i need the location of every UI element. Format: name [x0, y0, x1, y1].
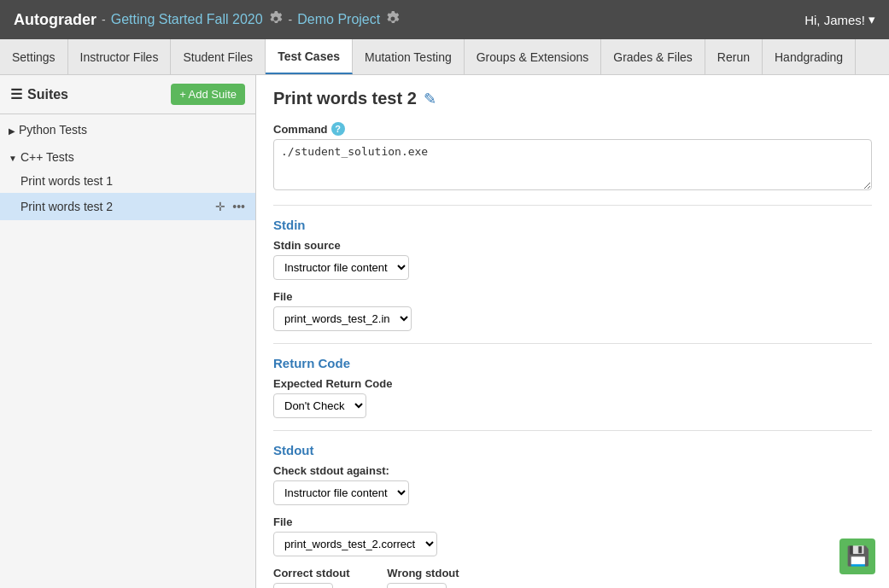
- nav-grades-files[interactable]: Grades & Files: [601, 39, 705, 74]
- nav-groups-extensions[interactable]: Groups & Extensions: [465, 39, 602, 74]
- gear-icon-course[interactable]: [268, 11, 284, 29]
- dropdown-arrow-icon: ▾: [869, 12, 875, 27]
- divider-stdin: [273, 205, 872, 206]
- top-header: Autograder - Getting Started Fall 2020 -…: [0, 0, 889, 39]
- save-button[interactable]: 💾: [839, 539, 875, 574]
- expected-return-code-group: Expected Return Code Don't Check 0 1 2: [273, 377, 872, 418]
- nav-test-cases[interactable]: Test Cases: [266, 39, 353, 74]
- correct-stdout-input[interactable]: [273, 583, 333, 588]
- suite-item-0[interactable]: Print words test 1: [0, 169, 255, 193]
- wrong-stdout-points-row: points: [387, 583, 483, 588]
- stdin-section: Stdin Stdin source Instructor file conte…: [273, 218, 872, 331]
- stdin-source-select[interactable]: Instructor file content Student file con…: [273, 255, 409, 280]
- stdin-section-label: Stdin: [273, 218, 872, 232]
- stdout-section-label: Stdout: [273, 443, 872, 457]
- suite-group-python: Python Tests: [0, 118, 255, 142]
- nav-student-files[interactable]: Student Files: [171, 39, 266, 74]
- sidebar-title: Suites: [10, 86, 68, 102]
- nav-bar: Settings Instructor Files Student Files …: [0, 39, 889, 75]
- drag-handle-icon[interactable]: ✛: [213, 198, 227, 215]
- wrong-stdout-label: Wrong stdout: [387, 567, 483, 579]
- save-icon: 💾: [846, 545, 869, 568]
- stdin-file-select[interactable]: print_words_test_2.in: [273, 306, 412, 331]
- user-greeting: Hi, James!: [804, 13, 865, 27]
- expected-return-code-select[interactable]: Don't Check 0 1 2: [273, 393, 366, 418]
- page-title-row: Print words test 2 ✎: [273, 89, 872, 108]
- stdin-source-label: Stdin source: [273, 239, 872, 252]
- sidebar: Suites + Add Suite Python Tests C++ Test…: [0, 75, 256, 588]
- return-code-section: Return Code Expected Return Code Don't C…: [273, 356, 872, 418]
- user-menu[interactable]: Hi, James! ▾: [804, 12, 875, 27]
- command-section: Command ? ./student_solution.exe: [273, 122, 872, 193]
- expected-return-code-label: Expected Return Code: [273, 377, 872, 390]
- hamburger-icon: [10, 86, 22, 102]
- collapse-icon-cpp: [9, 150, 20, 164]
- nav-mutation-testing[interactable]: Mutation Testing: [353, 39, 465, 74]
- correct-stdout-col: Correct stdout points: [273, 567, 370, 588]
- more-options-icon[interactable]: •••: [231, 198, 247, 215]
- return-code-section-label: Return Code: [273, 356, 872, 370]
- nav-settings[interactable]: Settings: [0, 39, 68, 74]
- collapse-icon-python: [9, 123, 19, 137]
- suite-item-1[interactable]: Print words test 2 ✛ •••: [0, 193, 255, 220]
- divider-stdout: [273, 430, 872, 431]
- check-stdout-label: Check stdout against:: [273, 464, 872, 477]
- edit-title-icon[interactable]: ✎: [424, 90, 436, 108]
- check-stdout-group: Check stdout against: Instructor file co…: [273, 464, 872, 505]
- stdout-file-group: File print_words_test_2.correct: [273, 515, 872, 556]
- check-stdout-select[interactable]: Instructor file content Student file con…: [273, 480, 409, 505]
- stdin-source-group: Stdin source Instructor file content Stu…: [273, 239, 872, 280]
- wrong-stdout-input[interactable]: [387, 583, 447, 588]
- gear-icon-project[interactable]: [385, 11, 401, 29]
- suite-group-cpp: C++ Tests Print words test 1 Print words…: [0, 145, 255, 220]
- correct-stdout-label: Correct stdout: [273, 567, 370, 579]
- stdout-points-row: Correct stdout points Wrong stdout point…: [273, 567, 872, 588]
- stdout-section: Stdout Check stdout against: Instructor …: [273, 443, 872, 588]
- separator-2: -: [289, 13, 293, 26]
- page-title: Print words test 2: [273, 89, 417, 108]
- command-label: Command ?: [273, 122, 872, 136]
- header-left: Autograder - Getting Started Fall 2020 -…: [14, 11, 401, 29]
- wrong-stdout-col: Wrong stdout points: [387, 567, 483, 588]
- correct-stdout-points-row: points: [273, 583, 370, 588]
- main-layout: Suites + Add Suite Python Tests C++ Test…: [0, 75, 889, 588]
- stdout-file-label: File: [273, 515, 872, 528]
- nav-instructor-files[interactable]: Instructor Files: [68, 39, 172, 74]
- nav-handgrading[interactable]: Handgrading: [763, 39, 856, 74]
- stdout-file-select[interactable]: print_words_test_2.correct: [273, 532, 437, 556]
- suite-group-python-header[interactable]: Python Tests: [0, 118, 255, 142]
- sidebar-header: Suites + Add Suite: [0, 75, 255, 114]
- command-help-icon[interactable]: ?: [331, 122, 345, 136]
- suite-item-1-row: Print words test 2 ✛ •••: [20, 198, 247, 215]
- suite-item-1-icons: ✛ •••: [213, 198, 247, 215]
- divider-return-code: [273, 343, 872, 344]
- course-link[interactable]: Getting Started Fall 2020: [111, 12, 263, 27]
- suite-group-cpp-header[interactable]: C++ Tests: [0, 145, 255, 169]
- project-link[interactable]: Demo Project: [297, 12, 380, 27]
- brand-name: Autograder: [14, 11, 97, 29]
- nav-rerun[interactable]: Rerun: [705, 39, 763, 74]
- separator-1: -: [102, 13, 106, 26]
- stdin-file-label: File: [273, 290, 872, 303]
- content-area: Print words test 2 ✎ Command ? ./student…: [256, 75, 889, 588]
- command-input[interactable]: ./student_solution.exe: [273, 139, 872, 190]
- stdin-file-group: File print_words_test_2.in: [273, 290, 872, 331]
- add-suite-button[interactable]: + Add Suite: [171, 84, 245, 105]
